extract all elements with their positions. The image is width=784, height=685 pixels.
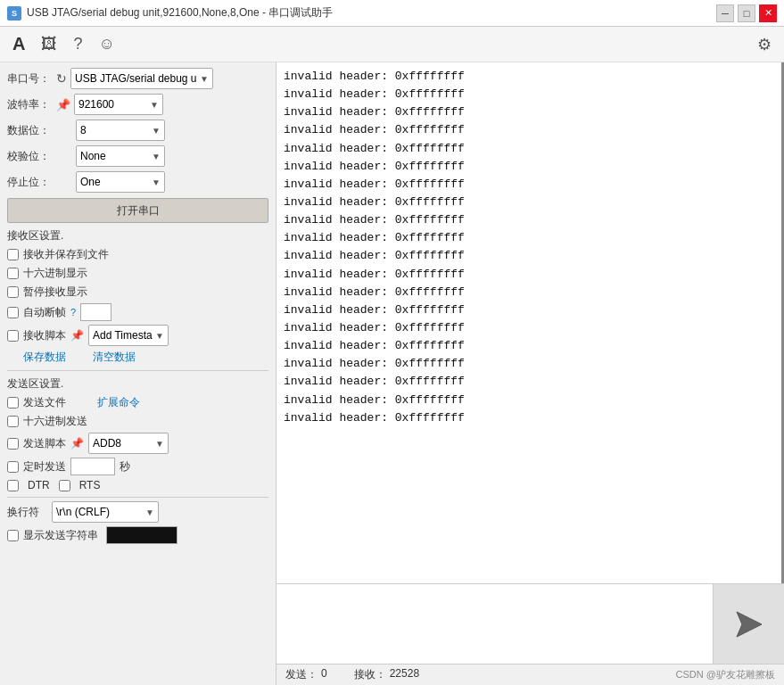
image-icon[interactable]: 🖼 xyxy=(37,31,61,57)
auto-frame-checkbox[interactable] xyxy=(7,307,19,318)
port-select[interactable]: USB JTAG/serial debug u ▼ xyxy=(70,68,213,89)
stopbits-select[interactable]: One ▼ xyxy=(76,171,165,193)
refresh-icon[interactable]: ↻ xyxy=(56,71,67,86)
send-value: 0 xyxy=(321,667,327,682)
maximize-button[interactable]: □ xyxy=(738,4,755,22)
save-data-link[interactable]: 保存数据 xyxy=(23,350,66,365)
rts-checkbox[interactable] xyxy=(59,480,70,491)
show-send-checkbox[interactable] xyxy=(7,530,19,541)
send-label: 发送： xyxy=(285,667,318,682)
stopbits-select-arrow: ▼ xyxy=(152,177,161,187)
rts-label: RTS xyxy=(79,479,101,491)
port-row: 串口号： ↻ USB JTAG/serial debug u ▼ xyxy=(7,68,268,89)
parity-row: 校验位： None ▼ xyxy=(7,145,268,167)
receive-area[interactable]: invalid header: 0xffffffffinvalid header… xyxy=(276,62,784,583)
send-script-checkbox[interactable] xyxy=(7,438,19,450)
databits-label: 数据位： xyxy=(7,123,56,138)
databits-row: 数据位： 8 ▼ xyxy=(7,120,268,141)
pause-display-row: 暂停接收显示 xyxy=(7,285,268,300)
baudrate-select-arrow: ▼ xyxy=(150,100,159,110)
newline-row: 换行符 \r\n (CRLF) ▼ xyxy=(7,501,268,523)
receive-label: 接收： xyxy=(354,667,386,682)
send-input[interactable] xyxy=(276,584,713,664)
data-btns-row: 保存数据 清空数据 xyxy=(23,350,268,365)
send-script-value: ADD8 xyxy=(93,437,121,450)
port-select-value: USB JTAG/serial debug u xyxy=(75,72,197,85)
receive-line: invalid header: 0xffffffff xyxy=(284,194,774,211)
send-file-label: 发送文件 xyxy=(23,395,66,410)
emoji-icon[interactable]: ☺ xyxy=(95,31,118,57)
stopbits-row: 停止位： One ▼ xyxy=(7,171,268,193)
receive-script-select[interactable]: Add Timesta ▼ xyxy=(88,325,169,346)
close-button[interactable]: ✕ xyxy=(759,4,777,22)
send-button[interactable] xyxy=(713,584,784,664)
hex-send-checkbox[interactable] xyxy=(7,416,19,427)
auto-frame-row: 自动断帧 ? 20 xyxy=(7,303,268,321)
pin-icon-script: 📌 xyxy=(70,329,84,342)
help-icon[interactable]: ? xyxy=(70,31,86,57)
minimize-button[interactable]: ─ xyxy=(716,4,734,22)
expand-cmd-link[interactable]: 扩展命令 xyxy=(97,395,140,410)
receive-file-row: 接收并保存到文件 xyxy=(7,247,268,262)
parity-select-value: None xyxy=(80,150,106,162)
receive-line: invalid header: 0xffffffff xyxy=(284,373,774,391)
send-script-row: 发送脚本 📌 ADD8 ▼ xyxy=(7,433,268,454)
send-file-row: 发送文件 扩展命令 xyxy=(7,395,268,410)
color-select[interactable] xyxy=(106,526,177,544)
open-port-button[interactable]: 打开串口 xyxy=(7,198,268,223)
send-script-select[interactable]: ADD8 ▼ xyxy=(88,433,169,454)
title-bar: S USB JTAG/serial debug unit,921600,None… xyxy=(0,0,784,27)
parity-label: 校验位： xyxy=(7,149,56,164)
dtr-checkbox[interactable] xyxy=(7,480,19,491)
receive-section-title: 接收区设置. xyxy=(7,228,268,243)
send-section-title: 发送区设置. xyxy=(7,376,268,392)
show-send-label: 显示发送字符串 xyxy=(23,528,98,543)
send-file-checkbox[interactable] xyxy=(7,397,19,409)
right-panel: invalid header: 0xffffffffinvalid header… xyxy=(276,62,784,685)
title-controls: ─ □ ✕ xyxy=(716,4,777,22)
clear-data-link[interactable]: 清空数据 xyxy=(93,350,136,365)
port-control: ↻ USB JTAG/serial debug u ▼ xyxy=(56,68,268,89)
auto-frame-input[interactable]: 20 xyxy=(80,303,111,321)
hex-send-label: 十六进制发送 xyxy=(23,414,87,429)
receive-file-label: 接收并保存到文件 xyxy=(23,247,109,262)
left-panel: 串口号： ↻ USB JTAG/serial debug u ▼ 波特率： 📌 … xyxy=(0,62,276,685)
sec-label: 秒 xyxy=(120,459,130,475)
timed-send-input[interactable]: 1.0 xyxy=(70,458,115,475)
divider2 xyxy=(7,497,268,498)
parity-select[interactable]: None ▼ xyxy=(76,145,165,167)
watermark: CSDN @驴友花雕擦板 xyxy=(676,668,775,681)
newline-select[interactable]: \r\n (CRLF) ▼ xyxy=(52,501,159,523)
dtr-label: DTR xyxy=(28,479,50,491)
receive-line: invalid header: 0xffffffff xyxy=(284,140,774,158)
receive-line: invalid header: 0xffffffff xyxy=(284,409,774,427)
stopbits-label: 停止位： xyxy=(7,175,56,190)
stopbits-select-value: One xyxy=(80,176,101,188)
stopbits-control: One ▼ xyxy=(56,171,268,193)
send-area xyxy=(276,583,784,664)
receive-line: invalid header: 0xffffffff xyxy=(284,355,774,373)
gear-icon[interactable]: ⚙ xyxy=(754,31,775,58)
hex-display-checkbox[interactable] xyxy=(7,268,19,279)
hex-display-row: 十六进制显示 xyxy=(7,266,268,281)
receive-script-value: Add Timesta xyxy=(93,329,153,342)
baudrate-select-value: 921600 xyxy=(78,98,114,111)
baudrate-select[interactable]: 921600 ▼ xyxy=(74,94,163,115)
svg-marker-0 xyxy=(737,612,762,637)
databits-select[interactable]: 8 ▼ xyxy=(76,120,165,141)
receive-line: invalid header: 0xffffffff xyxy=(284,158,774,176)
newline-arrow: ▼ xyxy=(145,508,154,517)
timed-send-checkbox[interactable] xyxy=(7,461,19,473)
auto-frame-help[interactable]: ? xyxy=(70,307,76,318)
font-icon[interactable]: A xyxy=(9,30,29,58)
pin-icon-send-script: 📌 xyxy=(70,437,84,450)
send-icon xyxy=(733,608,765,640)
receive-line: invalid header: 0xffffffff xyxy=(284,121,774,139)
pause-display-checkbox[interactable] xyxy=(7,286,19,298)
receive-script-checkbox[interactable] xyxy=(7,330,19,342)
main-container: 串口号： ↻ USB JTAG/serial debug u ▼ 波特率： 📌 … xyxy=(0,62,784,685)
receive-file-checkbox[interactable] xyxy=(7,249,19,260)
status-bar: 发送： 0 接收： 22528 CSDN @驴友花雕擦板 xyxy=(276,664,784,685)
databits-select-arrow: ▼ xyxy=(152,126,161,136)
receive-line: invalid header: 0xffffffff xyxy=(284,392,774,409)
